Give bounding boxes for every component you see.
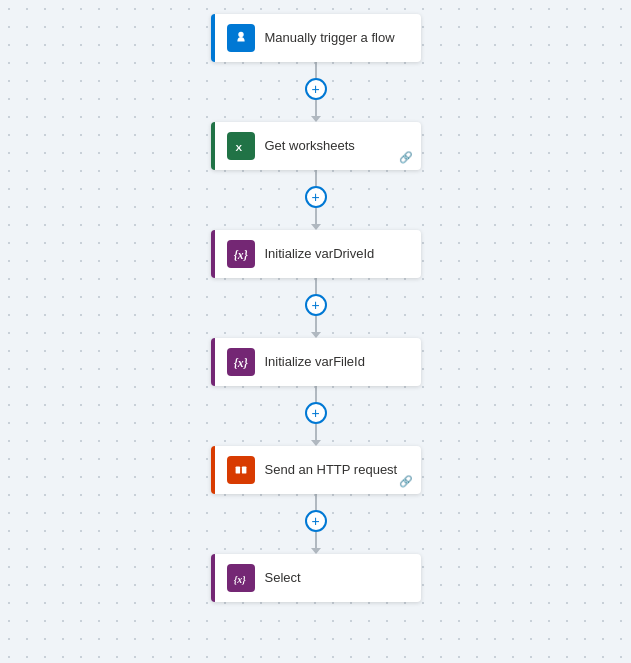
svg-point-0 bbox=[238, 32, 243, 37]
node-trigger[interactable]: Manually trigger a flow bbox=[211, 14, 421, 62]
add-step-button-2[interactable]: + bbox=[305, 186, 327, 208]
init-drive-label: Initialize varDriveId bbox=[265, 246, 375, 263]
line bbox=[315, 62, 317, 78]
node-select[interactable]: {x} Select bbox=[211, 554, 421, 602]
line bbox=[315, 494, 317, 510]
trigger-label: Manually trigger a flow bbox=[265, 30, 395, 47]
line bbox=[315, 100, 317, 116]
variable-icon-1: {x} bbox=[227, 240, 255, 268]
add-step-button-3[interactable]: + bbox=[305, 294, 327, 316]
svg-rect-7 bbox=[241, 466, 246, 473]
svg-text:{x}: {x} bbox=[233, 574, 245, 585]
http-icon bbox=[227, 456, 255, 484]
get-worksheets-label: Get worksheets bbox=[265, 138, 355, 155]
svg-rect-6 bbox=[235, 466, 240, 473]
connector-5: + bbox=[305, 494, 327, 554]
line bbox=[315, 170, 317, 186]
select-label: Select bbox=[265, 570, 301, 587]
init-file-label: Initialize varFileId bbox=[265, 354, 365, 371]
svg-text:X: X bbox=[235, 142, 242, 153]
select-icon: {x} bbox=[227, 564, 255, 592]
link-icon-2: 🔗 bbox=[399, 475, 413, 488]
line bbox=[315, 208, 317, 224]
line bbox=[315, 278, 317, 294]
connector-4: + bbox=[305, 386, 327, 446]
line bbox=[315, 316, 317, 332]
add-step-button-4[interactable]: + bbox=[305, 402, 327, 424]
link-icon-1: 🔗 bbox=[399, 151, 413, 164]
add-step-button-1[interactable]: + bbox=[305, 78, 327, 100]
node-init-drive[interactable]: {x} Initialize varDriveId bbox=[211, 230, 421, 278]
node-http-request[interactable]: Send an HTTP request 🔗 bbox=[211, 446, 421, 494]
node-init-file[interactable]: {x} Initialize varFileId bbox=[211, 338, 421, 386]
connector-1: + bbox=[305, 62, 327, 122]
variable-icon-2: {x} bbox=[227, 348, 255, 376]
excel-icon: X bbox=[227, 132, 255, 160]
connector-3: + bbox=[305, 278, 327, 338]
http-request-label: Send an HTTP request bbox=[265, 462, 398, 479]
line bbox=[315, 386, 317, 402]
trigger-icon bbox=[227, 24, 255, 52]
svg-text:{x}: {x} bbox=[233, 249, 247, 262]
connector-2: + bbox=[305, 170, 327, 230]
line bbox=[315, 532, 317, 548]
flow-canvas: Manually trigger a flow + X Get workshee… bbox=[0, 0, 631, 602]
node-get-worksheets[interactable]: X Get worksheets 🔗 bbox=[211, 122, 421, 170]
line bbox=[315, 424, 317, 440]
add-step-button-5[interactable]: + bbox=[305, 510, 327, 532]
svg-text:{x}: {x} bbox=[233, 357, 247, 370]
